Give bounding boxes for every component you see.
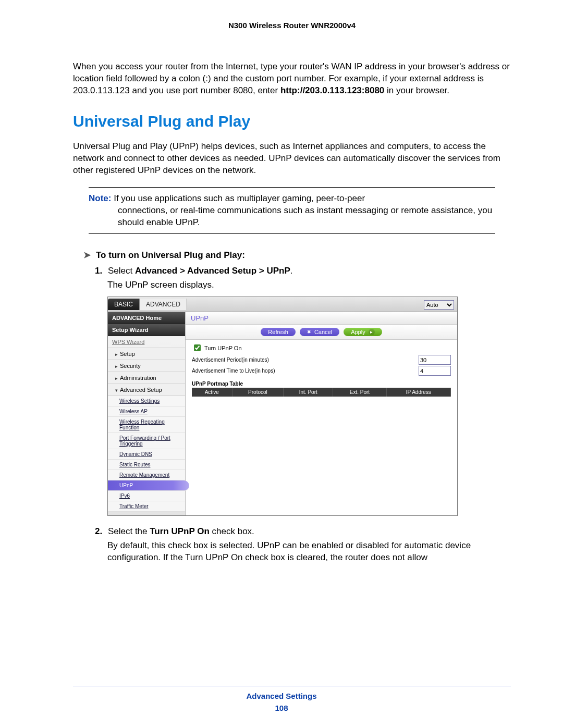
sub-wireless-repeating[interactable]: Wireless Repeating Function bbox=[108, 417, 185, 433]
sidebar-wps-wizard[interactable]: WPS Wizard bbox=[108, 336, 185, 348]
apply-button[interactable]: Apply bbox=[344, 328, 382, 336]
step-2: 2. Select the Turn UPnP On check box. bbox=[95, 526, 511, 537]
adv-ttl-label: Advertisement Time to Live(in hops) bbox=[192, 368, 419, 374]
step-1-sub: The UPnP screen displays. bbox=[107, 279, 511, 291]
adv-period-input[interactable] bbox=[419, 355, 451, 365]
note-label: Note: bbox=[89, 193, 111, 203]
button-row: Refresh Cancel Apply bbox=[186, 325, 457, 340]
content-title: UPnP bbox=[186, 312, 457, 325]
tab-advanced[interactable]: ADVANCED bbox=[140, 299, 187, 310]
step-1-number: 1. bbox=[95, 266, 102, 276]
footer-page-number: 108 bbox=[0, 704, 563, 712]
sidebar-advanced-home[interactable]: ADVANCED Home bbox=[108, 312, 185, 324]
doc-header: N300 Wireless Router WNR2000v4 bbox=[73, 21, 511, 30]
step-2-text-c: check box. bbox=[210, 526, 254, 536]
portmap-table-title: UPnP Portmap Table bbox=[192, 381, 451, 387]
sidebar-item-advanced-setup[interactable]: Advanced Setup bbox=[108, 384, 185, 396]
cancel-button[interactable]: Cancel bbox=[300, 328, 339, 336]
sub-remote-management[interactable]: Remote Management bbox=[108, 470, 185, 480]
sidebar-item-setup[interactable]: Setup bbox=[108, 348, 185, 360]
sub-wireless-settings[interactable]: Wireless Settings bbox=[108, 396, 185, 406]
note-line1: If you use applications such as multipla… bbox=[111, 193, 365, 203]
step-2-sub: By default, this check box is selected. … bbox=[107, 540, 511, 564]
step-1-text-c: . bbox=[290, 266, 293, 276]
step-1-text-a: Select bbox=[108, 266, 135, 276]
tab-basic[interactable]: BASIC bbox=[108, 299, 140, 310]
refresh-button[interactable]: Refresh bbox=[261, 328, 296, 336]
turn-upnp-on-label: Turn UPnP On bbox=[204, 345, 242, 351]
portmap-table: Active Protocol Int. Port Ext. Port IP A… bbox=[192, 388, 451, 400]
sub-traffic-meter[interactable]: Traffic Meter bbox=[108, 501, 185, 512]
footer-rule bbox=[73, 686, 511, 686]
step-1-path: Advanced > Advanced Setup > UPnP bbox=[135, 266, 290, 276]
step-2-text-a: Select the bbox=[108, 526, 150, 536]
adv-ttl-input[interactable] bbox=[419, 366, 451, 376]
sub-upnp[interactable]: UPnP bbox=[108, 480, 189, 491]
col-ext-port: Ext. Port bbox=[333, 388, 386, 397]
turn-upnp-on-checkbox[interactable] bbox=[194, 344, 201, 351]
upnp-intro-paragraph: Universal Plug and Play (UPnP) helps dev… bbox=[73, 141, 511, 177]
col-active: Active bbox=[192, 388, 232, 397]
sub-ipv6[interactable]: IPv6 bbox=[108, 491, 185, 501]
intro-url-bold: http://203.0.113.123:8080 bbox=[280, 85, 384, 95]
step-1: 1. Select Advanced > Advanced Setup > UP… bbox=[95, 266, 511, 276]
language-select[interactable]: Auto bbox=[424, 300, 454, 310]
sub-wireless-ap[interactable]: Wireless AP bbox=[108, 406, 185, 417]
form-area: Turn UPnP On Advertisement Period(in min… bbox=[186, 340, 457, 403]
sidebar-setup-wizard[interactable]: Setup Wizard bbox=[108, 324, 185, 336]
sidebar-item-administration[interactable]: Administration bbox=[108, 372, 185, 384]
footer: Advanced Settings 108 bbox=[0, 686, 563, 712]
sidebar: ADVANCED Home Setup Wizard WPS Wizard Se… bbox=[108, 312, 186, 515]
intro-text-2: in your browser. bbox=[384, 85, 449, 95]
col-protocol: Protocol bbox=[232, 388, 284, 397]
note-box: Note: If you use applications such as mu… bbox=[89, 187, 495, 235]
intro-paragraph: When you access your router from the Int… bbox=[73, 61, 511, 97]
adv-period-label: Advertisement Period(in minutes) bbox=[192, 357, 419, 363]
footer-section: Advanced Settings bbox=[0, 692, 563, 700]
tab-row: BASIC ADVANCED Auto bbox=[108, 297, 457, 312]
sub-static-routes[interactable]: Static Routes bbox=[108, 460, 185, 470]
note-line2: connections, or real-time communications… bbox=[89, 205, 495, 229]
step-2-number: 2. bbox=[95, 526, 102, 536]
col-ip-address: IP Address bbox=[386, 388, 450, 397]
sub-dynamic-dns[interactable]: Dynamic DNS bbox=[108, 449, 185, 460]
task-heading: To turn on Universal Plug and Play: bbox=[83, 250, 511, 261]
section-heading-upnp: Universal Plug and Play bbox=[73, 113, 511, 130]
sidebar-item-security[interactable]: Security bbox=[108, 360, 185, 372]
sub-port-forwarding[interactable]: Port Forwarding / Port Triggering bbox=[108, 433, 185, 449]
step-2-bold: Turn UPnP On bbox=[150, 526, 210, 536]
content-pane: UPnP Refresh Cancel Apply Turn UPnP On A… bbox=[186, 312, 457, 515]
col-int-port: Int. Port bbox=[284, 388, 333, 397]
language-select-wrap: Auto bbox=[424, 300, 454, 310]
router-ui-screenshot: BASIC ADVANCED Auto ADVANCED Home Setup … bbox=[107, 297, 458, 516]
